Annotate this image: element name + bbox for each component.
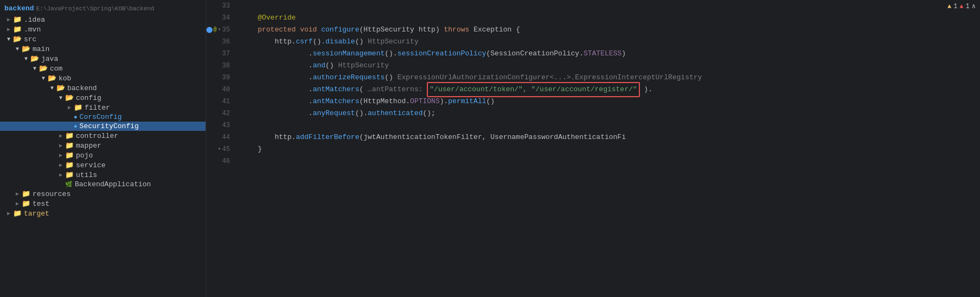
- tree-item-config[interactable]: ▼ 📂 config: [0, 93, 206, 103]
- folder-icon: 📁: [65, 141, 74, 150]
- spring-file-icon: 🌿: [65, 181, 73, 188]
- line-num-38: 38: [206, 60, 230, 72]
- code-line-40: .antMatchers( …antPatterns: "/user/accou…: [241, 84, 980, 96]
- line-num-36: 36: [206, 36, 230, 48]
- folder-open-icon: 📂: [30, 54, 39, 63]
- error-count: 1: [966, 3, 970, 10]
- tree-label: resources: [33, 190, 71, 198]
- line-num-40: 40: [206, 84, 230, 96]
- tree-item-pojo[interactable]: ▶ 📁 pojo: [0, 150, 206, 160]
- tree-label: .mvn: [24, 26, 41, 34]
- code-content-area[interactable]: 33 34 ⬤ @ ▾ 35 36 37 38 39 40 41 42 43 4…: [206, 0, 980, 297]
- arrow-icon: ▶: [4, 26, 13, 33]
- hint-38: HttpSecurity: [334, 60, 389, 72]
- arrow-icon: ▶: [56, 132, 65, 139]
- tree-item-security-config[interactable]: ▶ ● SecurityConfig: [0, 122, 206, 131]
- tree-item-src[interactable]: ▼ 📂 src: [0, 34, 206, 44]
- method-addfilterbefore: addFilterBefore: [296, 131, 359, 143]
- code-line-34: @Override: [241, 12, 980, 24]
- paren: (: [359, 24, 363, 36]
- arrow-icon: ▶: [56, 152, 65, 159]
- tree-item-cors-config[interactable]: ▶ ● CorsConfig: [0, 112, 206, 122]
- code-45-brace: }: [241, 143, 262, 155]
- static-options: OPTIONS: [410, 96, 440, 108]
- line-num-33: 33: [206, 0, 230, 12]
- code-39-p: (): [385, 72, 393, 84]
- line-num-42: 42: [206, 108, 230, 119]
- code-37-p: ().: [385, 48, 397, 60]
- tree-item-target[interactable]: ▶ 📁 target: [0, 208, 206, 218]
- code-36-main: http.: [241, 36, 296, 48]
- code-lines: @Override protected void configure(HttpS…: [234, 0, 980, 297]
- line-gutter: 33 34 ⬤ @ ▾ 35 36 37 38 39 40 41 42 43 4…: [206, 0, 234, 297]
- tree-item-mapper[interactable]: ▶ 📁 mapper: [0, 141, 206, 150]
- arrow-icon: ▶: [4, 16, 13, 23]
- method-antmatchers2: antMatchers: [313, 96, 360, 108]
- file-tree[interactable]: backend E:\JavaProject\Spring\KOB\backen…: [0, 0, 206, 297]
- code-44-p: (: [359, 131, 363, 143]
- tree-item-idea[interactable]: ▶ 📁 .idea: [0, 15, 206, 24]
- warning-count: 1: [953, 3, 957, 10]
- tree-label: service: [76, 161, 106, 169]
- folder-open-icon: 📂: [13, 35, 22, 43]
- annotation-override: @Override: [241, 12, 296, 24]
- tree-label: .idea: [24, 16, 45, 24]
- method-csrf: csrf: [296, 36, 312, 48]
- kw-throws: throws: [440, 24, 473, 36]
- tree-item-mvn[interactable]: ▶ 📁 .mvn: [0, 24, 206, 34]
- code-44-comma: ,: [482, 131, 491, 143]
- tree-item-backend[interactable]: ▼ 📂 backend: [0, 83, 206, 93]
- arrow-icon: ▶: [13, 200, 22, 207]
- tree-item-java[interactable]: ▼ 📂 java: [0, 54, 206, 64]
- line-num-45: ▾ 45: [206, 143, 230, 155]
- tree-label: filter: [85, 104, 110, 112]
- code-40-p: (: [359, 84, 368, 96]
- code-42-indent: .: [241, 108, 313, 119]
- tree-item-backend-app[interactable]: ▶ 🌿 BackendApplication: [0, 180, 206, 189]
- tree-item-com[interactable]: ▼ 📂 com: [0, 64, 206, 73]
- method-and: and: [313, 60, 325, 72]
- folder-open-icon: 📂: [48, 74, 56, 83]
- line-num-43: 43: [206, 119, 230, 131]
- code-line-36: http.csrf().disable() HttpSecurity: [241, 36, 980, 48]
- arrow-icon: ▶: [65, 104, 74, 111]
- arrow-icon: ▶: [4, 210, 13, 217]
- tree-label: SecurityConfig: [80, 122, 139, 130]
- code-42-p: ().: [355, 108, 368, 119]
- tree-item-controller[interactable]: ▶ 📁 controller: [0, 131, 206, 141]
- tree-item-resources[interactable]: ▶ 📁 resources: [0, 189, 206, 199]
- code-38-p: (): [325, 60, 334, 72]
- folder-icon: 📁: [65, 170, 74, 179]
- tree-item-kob[interactable]: ▼ 📂 kob: [0, 73, 206, 83]
- url-token-register: "/user/account/token/", "/user/account/r…: [427, 82, 639, 97]
- tree-item-main[interactable]: ▼ 📂 main: [0, 44, 206, 54]
- folder-icon: 📁: [65, 131, 74, 140]
- arrow-expanded-icon: ▼: [39, 75, 48, 81]
- tree-label: controller: [76, 132, 118, 140]
- folder-open-icon: 📂: [65, 93, 74, 102]
- method-authorize: authorizeRequests: [313, 72, 385, 84]
- tree-label: target: [24, 210, 49, 218]
- tree-item-service[interactable]: ▶ 📁 service: [0, 160, 206, 170]
- tree-item-utils[interactable]: ▶ 📁 utils: [0, 170, 206, 180]
- tree-label: com: [50, 65, 62, 73]
- method-policy: sessionCreationPolicy: [398, 48, 486, 60]
- line-num-37: 37: [206, 48, 230, 60]
- arrow-expanded-icon: ▼: [13, 46, 22, 52]
- type-exception: Exception: [473, 24, 516, 36]
- code-44-indent: http.: [241, 131, 296, 143]
- code-38-indent: .: [241, 60, 313, 72]
- tree-item-filter[interactable]: ▶ 📁 filter: [0, 103, 206, 112]
- hint-36: HttpSecurity: [363, 36, 418, 48]
- tree-label: utils: [76, 171, 97, 179]
- caret-icon: ∧: [972, 2, 976, 10]
- arrow-icon: ▶: [56, 172, 65, 178]
- folder-icon: 📁: [65, 151, 74, 160]
- tree-item-test[interactable]: ▶ 📁 test: [0, 199, 206, 208]
- kw-void: void: [300, 24, 321, 36]
- code-41-p2: ).: [440, 96, 449, 108]
- tree-label: config: [76, 94, 101, 102]
- kw-protected: protected: [241, 24, 300, 36]
- gutter-marker-35: ⬤: [206, 24, 213, 36]
- type-httpsecurity: HttpSecurity: [363, 24, 418, 36]
